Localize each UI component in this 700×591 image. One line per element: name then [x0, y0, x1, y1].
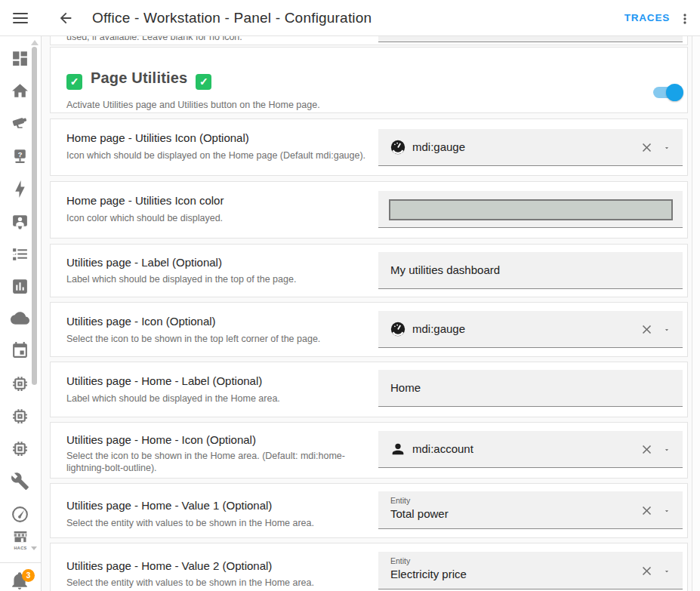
config-row-utilities-home-value-1: Utilities page - Home - Value 1 (Optiona…	[50, 483, 688, 538]
view-dashboard-icon[interactable]	[11, 49, 29, 68]
field-value: mdi:account	[412, 442, 473, 455]
main-scrollbar[interactable]	[692, 36, 700, 591]
lightning-bolt-icon[interactable]	[11, 180, 29, 199]
color-picker-field[interactable]	[378, 191, 683, 228]
config-panel: used, if available. Leave blank for no i…	[42, 36, 692, 591]
row-label: Home page - Utilities Icon color	[66, 194, 224, 207]
kebab-menu-icon[interactable]	[677, 11, 692, 27]
clear-icon[interactable]	[640, 442, 654, 457]
field-floating-label: Entity	[390, 556, 410, 565]
section-title: ✓Page Utilities✓	[66, 69, 211, 90]
hacs-caret-icon	[31, 546, 37, 550]
gauge-icon	[390, 321, 406, 337]
row-label: Utilities page - Home - Value 1 (Optiona…	[66, 499, 272, 512]
todo-list-icon[interactable]	[11, 245, 29, 263]
speedometer-icon[interactable]	[11, 505, 29, 524]
sidebar-scrollbar[interactable]	[32, 47, 37, 385]
config-row-utilities-page-icon: Utilities page - Icon (Optional) Select …	[50, 302, 688, 357]
config-row-utilities-page-label: Utilities page - Label (Optional) Label …	[50, 244, 688, 297]
row-label: Home page - Utilities Icon (Optional)	[66, 131, 249, 144]
clipped-config-row: used, if available. Leave blank for no i…	[50, 36, 688, 45]
field-value: Total power	[390, 507, 449, 520]
home-icon[interactable]	[11, 82, 29, 100]
app-root: Office - Workstation - Panel - Configura…	[0, 0, 700, 591]
row-description: Select the icon to be shown in the Home …	[66, 450, 369, 474]
clear-icon[interactable]	[640, 564, 654, 578]
notification-badge: 3	[22, 569, 35, 582]
cctv-icon[interactable]	[11, 114, 29, 133]
row-description: Icon which should be displayed on the Ho…	[66, 149, 369, 162]
hacs-label: HACS	[10, 546, 31, 550]
sidebar: ? HACS 3	[0, 36, 42, 591]
row-description: Select the entity with values to be show…	[66, 517, 369, 529]
row-description: Select the icon to be shown in the top l…	[66, 333, 369, 345]
entity-picker-field[interactable]: Entity Electricity price	[378, 552, 683, 589]
svg-text:?: ?	[18, 151, 23, 159]
row-description: Select the entity with values to be show…	[66, 577, 369, 589]
field-value: mdi:gauge	[412, 140, 465, 153]
config-row-utilities-home-icon: Utilities page - Home - Icon (Optional) …	[50, 422, 688, 479]
dropdown-caret-icon[interactable]	[661, 507, 672, 515]
row-description: Label which should be displayed in the t…	[66, 273, 369, 285]
section-description: Activate Utilities page and Utilities bu…	[66, 100, 320, 110]
icon-picker-field[interactable]: mdi:account	[378, 431, 683, 468]
config-row-utilities-home-value-2: Utilities page - Home - Value 2 (Optiona…	[50, 543, 688, 591]
back-arrow-icon[interactable]	[57, 10, 74, 26]
page-utilities-toggle[interactable]	[653, 87, 682, 98]
field-value: My utilities dashboard	[390, 263, 500, 276]
section-card-page-utilities: ✓Page Utilities✓ Activate Utilities page…	[50, 47, 688, 113]
chip-icon[interactable]	[11, 374, 29, 393]
dropdown-caret-icon[interactable]	[661, 326, 672, 334]
chip-icon[interactable]	[11, 407, 29, 426]
color-swatch[interactable]	[389, 199, 673, 220]
text-input-field[interactable]: My utilities dashboard	[378, 252, 683, 289]
config-row-home-utilities-icon: Home page - Utilities Icon (Optional) Ic…	[50, 119, 688, 176]
hacs-icon[interactable]: HACS	[10, 531, 32, 551]
row-description: Icon color which should be displayed.	[66, 212, 369, 224]
dropdown-caret-icon[interactable]	[661, 446, 672, 454]
field-value: Electricity price	[390, 568, 467, 580]
field-floating-label: Entity	[390, 496, 410, 505]
field-value: Home	[390, 381, 421, 394]
entity-picker-field[interactable]: Entity Total power	[378, 491, 683, 529]
dropdown-caret-icon[interactable]	[661, 144, 672, 152]
traces-button[interactable]: TRACES	[624, 12, 670, 23]
row-label: Utilities page - Home - Value 2 (Optiona…	[66, 559, 272, 572]
wrench-icon[interactable]	[11, 472, 29, 491]
check-emoji-icon: ✓	[196, 74, 211, 90]
cloud-icon[interactable]	[11, 309, 29, 328]
calendar-icon[interactable]	[11, 341, 29, 360]
chart-box-icon[interactable]	[11, 277, 29, 296]
row-description: Label which should be displayed in the H…	[66, 392, 369, 405]
account-box-icon[interactable]	[11, 212, 29, 231]
toggle-thumb	[666, 84, 683, 101]
clear-icon[interactable]	[640, 322, 654, 337]
text-input-field[interactable]: Home	[378, 370, 683, 407]
clear-icon[interactable]	[640, 503, 654, 518]
row-description: used, if available. Leave blank for no i…	[66, 36, 242, 42]
sidebar-scroll-up-icon[interactable]	[31, 40, 39, 45]
config-row-utilities-home-label: Utilities page - Home - Label (Optional)…	[50, 362, 688, 417]
app-header: Office - Workstation - Panel - Configura…	[0, 0, 700, 36]
account-icon	[390, 441, 406, 457]
row-label: Utilities page - Home - Label (Optional)	[66, 374, 262, 387]
config-row-home-utilities-icon-color: Home page - Utilities Icon color Icon co…	[50, 181, 688, 239]
row-label: Utilities page - Home - Icon (Optional)	[66, 433, 256, 446]
dropdown-caret-icon[interactable]	[661, 568, 672, 575]
field-value: mdi:gauge	[412, 322, 465, 335]
sidebar-divider	[0, 562, 41, 563]
clear-icon[interactable]	[640, 140, 654, 155]
network-question-icon[interactable]: ?	[11, 146, 29, 165]
check-emoji-icon: ✓	[66, 74, 82, 90]
icon-picker-field[interactable]: mdi:gauge	[378, 129, 683, 166]
row-label: Utilities page - Icon (Optional)	[66, 315, 216, 328]
row-label: Utilities page - Label (Optional)	[66, 256, 222, 269]
gauge-icon	[390, 139, 406, 155]
chip-icon[interactable]	[11, 439, 29, 458]
page-title: Office - Workstation - Panel - Configura…	[92, 10, 372, 26]
icon-picker-field[interactable]: mdi:gauge	[378, 311, 683, 348]
menu-icon[interactable]	[13, 11, 29, 26]
clipped-input-field[interactable]	[378, 36, 683, 42]
